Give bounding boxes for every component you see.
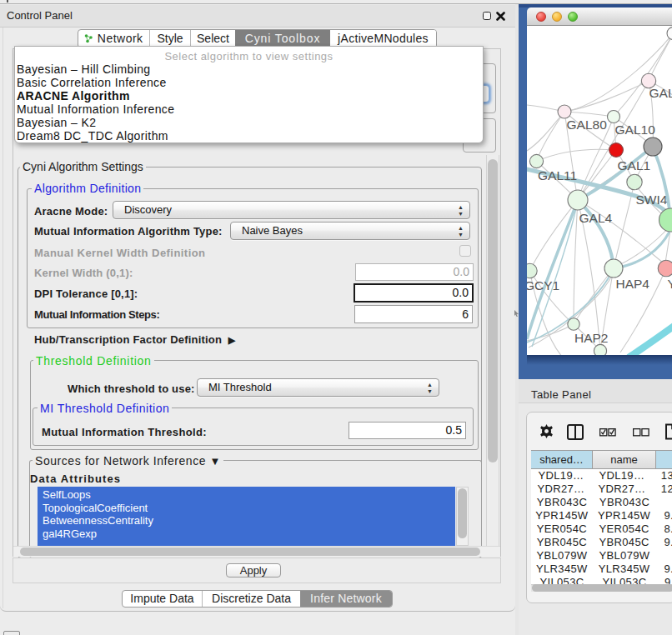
svg-text:HAP4: HAP4 xyxy=(616,277,650,291)
svg-text:GAL: GAL xyxy=(649,86,672,100)
svg-text:GAL10: GAL10 xyxy=(615,122,656,137)
svg-text:GAL80: GAL80 xyxy=(567,118,608,132)
svg-text:Y: Y xyxy=(668,277,672,291)
svg-text:GAL4: GAL4 xyxy=(579,211,613,225)
svg-text:GAL11: GAL11 xyxy=(538,168,577,182)
svg-text:GCY1: GCY1 xyxy=(527,278,559,292)
svg-text:HAP2: HAP2 xyxy=(574,331,609,345)
svg-text:SWI4: SWI4 xyxy=(636,192,668,207)
svg-text:GAL1: GAL1 xyxy=(618,158,651,172)
